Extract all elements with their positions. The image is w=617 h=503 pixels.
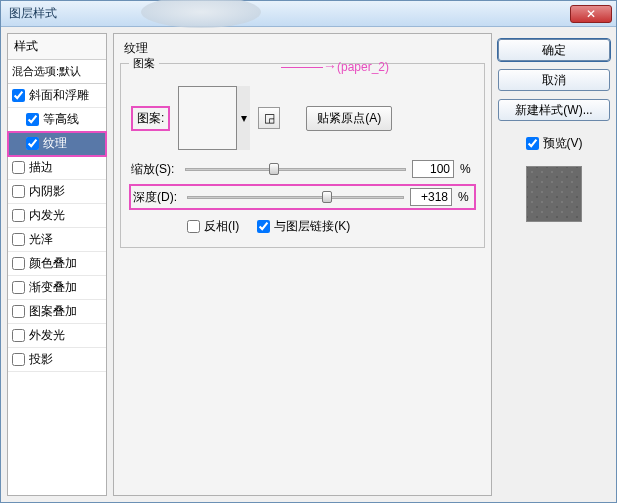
- cancel-button[interactable]: 取消: [498, 69, 610, 91]
- pattern-row: 图案: ▾ ◲ 贴紧原点(A): [131, 86, 474, 150]
- annotation-arrow: ———→(paper_2): [281, 58, 389, 74]
- style-checkbox[interactable]: [12, 353, 25, 366]
- style-checkbox[interactable]: [12, 185, 25, 198]
- style-label: 图案叠加: [29, 303, 77, 320]
- ok-button[interactable]: 确定: [498, 39, 610, 61]
- pattern-group: 图案 ———→(paper_2) 图案: ▾ ◲ 贴紧原点(A) 缩放(S):: [120, 63, 485, 248]
- style-item-11[interactable]: 投影: [8, 348, 106, 372]
- style-item-3[interactable]: 描边: [8, 156, 106, 180]
- style-item-2[interactable]: 纹理: [8, 132, 106, 156]
- style-label: 颜色叠加: [29, 255, 77, 272]
- annotation-text: (paper_2): [337, 60, 389, 74]
- style-item-9[interactable]: 图案叠加: [8, 300, 106, 324]
- link-label: 与图层链接(K): [274, 218, 350, 235]
- dialog-body: 样式 混合选项:默认 斜面和浮雕等高线纹理描边内阴影内发光光泽颜色叠加渐变叠加图…: [1, 27, 616, 502]
- style-label: 等高线: [43, 111, 79, 128]
- style-checkbox[interactable]: [26, 113, 39, 126]
- settings-panel: 纹理 图案 ———→(paper_2) 图案: ▾ ◲ 贴紧原点(A) 缩放(S…: [113, 33, 492, 496]
- group-legend: 图案: [129, 56, 159, 71]
- scale-value[interactable]: 100: [412, 160, 454, 178]
- style-list: 斜面和浮雕等高线纹理描边内阴影内发光光泽颜色叠加渐变叠加图案叠加外发光投影: [8, 84, 106, 372]
- chevron-down-icon: ▾: [241, 111, 247, 125]
- style-item-4[interactable]: 内阴影: [8, 180, 106, 204]
- options-row: 反相(I) 与图层链接(K): [131, 218, 474, 235]
- style-checkbox[interactable]: [12, 161, 25, 174]
- depth-row: 深度(D): +318 %: [131, 186, 474, 208]
- style-checkbox[interactable]: [26, 137, 39, 150]
- style-label: 投影: [29, 351, 53, 368]
- depth-label: 深度(D):: [133, 189, 181, 206]
- style-item-6[interactable]: 光泽: [8, 228, 106, 252]
- style-item-5[interactable]: 内发光: [8, 204, 106, 228]
- preview-toggle[interactable]: 预览(V): [498, 135, 610, 152]
- style-label: 光泽: [29, 231, 53, 248]
- pattern-swatch[interactable]: ▾: [178, 86, 250, 150]
- window-title: 图层样式: [9, 5, 57, 22]
- titlebar[interactable]: 图层样式 ✕: [1, 1, 616, 27]
- scale-thumb[interactable]: [269, 163, 279, 175]
- sidebar-header: 样式: [8, 34, 106, 60]
- style-item-8[interactable]: 渐变叠加: [8, 276, 106, 300]
- style-label: 描边: [29, 159, 53, 176]
- style-checkbox[interactable]: [12, 209, 25, 222]
- style-label: 内发光: [29, 207, 65, 224]
- invert-checkbox[interactable]: [187, 220, 200, 233]
- preview-checkbox[interactable]: [526, 137, 539, 150]
- style-item-7[interactable]: 颜色叠加: [8, 252, 106, 276]
- depth-thumb[interactable]: [322, 191, 332, 203]
- depth-slider[interactable]: [187, 190, 404, 204]
- depth-unit: %: [458, 190, 472, 204]
- scale-label: 缩放(S):: [131, 161, 179, 178]
- style-checkbox[interactable]: [12, 305, 25, 318]
- style-item-1[interactable]: 等高线: [8, 108, 106, 132]
- invert-label: 反相(I): [204, 218, 239, 235]
- pattern-label: 图案:: [131, 106, 170, 131]
- layer-style-dialog: 图层样式 ✕ 样式 混合选项:默认 斜面和浮雕等高线纹理描边内阴影内发光光泽颜色…: [0, 0, 617, 503]
- close-icon: ✕: [586, 7, 596, 21]
- new-preset-button[interactable]: ◲: [258, 107, 280, 129]
- link-checkbox[interactable]: [257, 220, 270, 233]
- depth-value[interactable]: +318: [410, 188, 452, 206]
- preview-label: 预览(V): [543, 135, 583, 152]
- snap-origin-button[interactable]: 贴紧原点(A): [306, 106, 392, 131]
- style-label: 渐变叠加: [29, 279, 77, 296]
- style-checkbox[interactable]: [12, 281, 25, 294]
- pattern-dropdown[interactable]: ▾: [236, 86, 250, 150]
- style-item-0[interactable]: 斜面和浮雕: [8, 84, 106, 108]
- preview-swatch: [526, 166, 582, 222]
- style-label: 内阴影: [29, 183, 65, 200]
- invert-option[interactable]: 反相(I): [187, 218, 239, 235]
- new-style-button[interactable]: 新建样式(W)...: [498, 99, 610, 121]
- style-checkbox[interactable]: [12, 257, 25, 270]
- style-label: 纹理: [43, 135, 67, 152]
- blend-options[interactable]: 混合选项:默认: [8, 60, 106, 84]
- scale-row: 缩放(S): 100 %: [131, 160, 474, 178]
- style-checkbox[interactable]: [12, 329, 25, 342]
- scale-slider[interactable]: [185, 162, 406, 176]
- style-label: 外发光: [29, 327, 65, 344]
- style-item-10[interactable]: 外发光: [8, 324, 106, 348]
- new-preset-icon: ◲: [264, 111, 275, 125]
- close-button[interactable]: ✕: [570, 5, 612, 23]
- style-checkbox[interactable]: [12, 89, 25, 102]
- link-option[interactable]: 与图层链接(K): [257, 218, 350, 235]
- buttons-panel: 确定 取消 新建样式(W)... 预览(V): [498, 33, 610, 496]
- style-label: 斜面和浮雕: [29, 87, 89, 104]
- section-title: 纹理: [124, 40, 485, 57]
- style-checkbox[interactable]: [12, 233, 25, 246]
- scale-unit: %: [460, 162, 474, 176]
- styles-sidebar: 样式 混合选项:默认 斜面和浮雕等高线纹理描边内阴影内发光光泽颜色叠加渐变叠加图…: [7, 33, 107, 496]
